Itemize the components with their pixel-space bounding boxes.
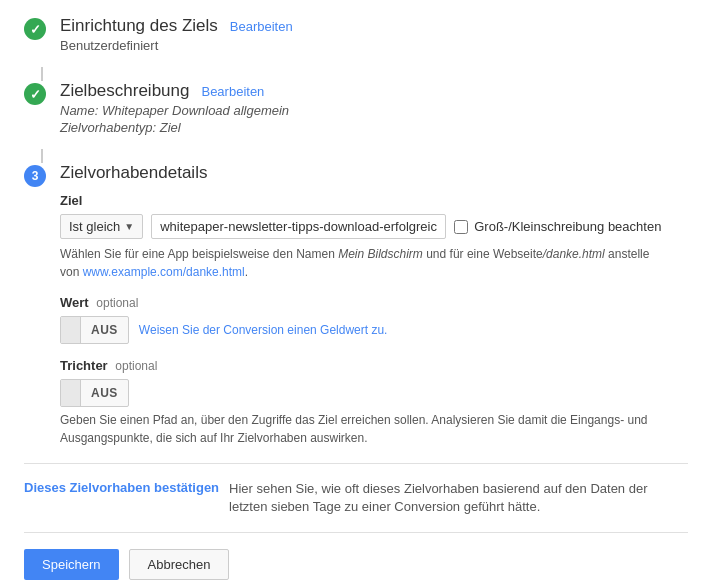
section2-edit-link[interactable]: Bearbeiten (201, 84, 264, 99)
wert-optional: optional (96, 296, 138, 310)
section3-title: Zielvorhabendetails (60, 163, 207, 183)
section1-edit-link[interactable]: Bearbeiten (230, 19, 293, 34)
case-sensitive-checkbox[interactable] (454, 220, 468, 234)
wert-toggle[interactable]: AUS (60, 316, 129, 344)
hint-italic2: /danke.html (543, 247, 605, 261)
ziel-label: Ziel (60, 193, 688, 208)
section2-type-label: Zielvorhabentyp: (60, 120, 156, 135)
trichter-optional: optional (115, 359, 157, 373)
confirm-link[interactable]: Dieses Zielvorhaben bestätigen (24, 480, 219, 495)
wert-toggle-label: AUS (81, 319, 128, 341)
ist-gleich-select[interactable]: Ist gleich ▼ (60, 214, 143, 239)
cancel-button[interactable]: Abbrechen (129, 549, 230, 580)
wert-desc: Weisen Sie der Conversion einen Geldwert… (139, 323, 388, 337)
section2-name: Name: Whitepaper Download allgemein (60, 103, 688, 118)
ziel-input[interactable] (151, 214, 446, 239)
dropdown-arrow-icon: ▼ (124, 221, 134, 232)
divider-1 (24, 463, 688, 464)
hint-link[interactable]: www.example.com/danke.html (83, 265, 245, 279)
wert-label: Wert optional (60, 295, 688, 310)
toggle-left-wert (61, 317, 81, 343)
confirm-desc: Hier sehen Sie, wie oft dieses Zielvorha… (229, 480, 688, 516)
check-icon-2: ✓ (24, 83, 46, 105)
hint-italic1: Mein Bildschirm (338, 247, 423, 261)
save-button[interactable]: Speichern (24, 549, 119, 580)
section2-name-value: Whitepaper Download allgemein (102, 103, 289, 118)
ziel-hint: Wählen Sie für eine App beispielsweise d… (60, 245, 660, 281)
select-label: Ist gleich (69, 219, 120, 234)
trichter-label: Trichter optional (60, 358, 688, 373)
hint-part2: und für eine Webseite (423, 247, 543, 261)
section2-name-label: Name: (60, 103, 98, 118)
divider-2 (24, 532, 688, 533)
toggle-left-trichter (61, 380, 81, 406)
check-icon-1: ✓ (24, 18, 46, 40)
trichter-desc: Geben Sie einen Pfad an, über den Zugrif… (60, 411, 660, 447)
hint-part1: Wählen Sie für eine App beispielsweise d… (60, 247, 338, 261)
section2-title: Zielbeschreibung (60, 81, 189, 101)
hint-part4: . (245, 265, 248, 279)
section1-title: Einrichtung des Ziels (60, 16, 218, 36)
case-sensitive-text: Groß-/Kleinschreibung beachten (474, 219, 661, 234)
case-sensitive-label[interactable]: Groß-/Kleinschreibung beachten (454, 219, 661, 234)
connector-line-1 (41, 67, 43, 81)
trichter-toggle-label: AUS (81, 382, 128, 404)
connector-line-2 (41, 149, 43, 163)
section2-type-value: Ziel (160, 120, 181, 135)
step-icon-3: 3 (24, 165, 46, 187)
section1-sub: Benutzerdefiniert (60, 38, 688, 53)
section2-type: Zielvorhabentyp: Ziel (60, 120, 688, 135)
trichter-toggle[interactable]: AUS (60, 379, 129, 407)
